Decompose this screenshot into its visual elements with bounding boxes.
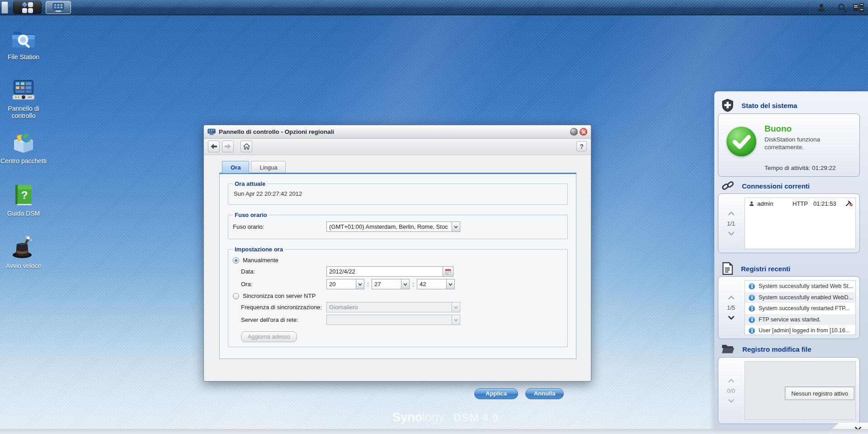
ntp-server-select-arrow[interactable] bbox=[452, 315, 460, 325]
file-station-icon bbox=[11, 26, 36, 51]
recent-logs-title: Registri recenti bbox=[741, 265, 790, 273]
ntp-server-value bbox=[327, 315, 452, 325]
main-menu-button[interactable] bbox=[13, 1, 42, 14]
search-button[interactable] bbox=[835, 2, 850, 13]
time-setting-group: Impostazione ora Manualmente Data: bbox=[228, 246, 568, 347]
dsm-branding: Synology DSM 4.0 bbox=[392, 410, 499, 425]
second-select-arrow[interactable] bbox=[446, 279, 454, 289]
chevron-down-icon bbox=[448, 283, 453, 286]
timezone-value: (GMT+01:00) Amsterdam, Berlin, Rome, Sto… bbox=[327, 222, 452, 231]
connections-header: Connessioni correnti bbox=[722, 179, 810, 192]
widgets-icon bbox=[853, 3, 864, 13]
ntp-server-select[interactable] bbox=[326, 315, 460, 325]
close-window-button[interactable] bbox=[580, 128, 587, 136]
main-menu-icon bbox=[22, 2, 33, 13]
taskbar bbox=[0, 0, 868, 15]
page-down-icon[interactable] bbox=[728, 316, 735, 320]
sync-frequency-label: Frequenza di sincronizzazione: bbox=[241, 304, 326, 311]
system-status-title: Stato del sistema bbox=[741, 102, 797, 109]
tab-ora[interactable]: Ora bbox=[222, 161, 249, 173]
home-icon bbox=[243, 143, 250, 150]
time-setting-legend: Impostazione ora bbox=[233, 246, 285, 253]
log-entry[interactable]: System successfully enabled WebD... bbox=[745, 292, 855, 303]
timezone-select-arrow[interactable] bbox=[452, 222, 460, 231]
manual-radio[interactable] bbox=[233, 257, 239, 264]
help-button[interactable]: ? bbox=[576, 141, 587, 151]
user-menu-button[interactable] bbox=[814, 2, 829, 13]
manual-radio-label: Manualmente bbox=[243, 257, 278, 264]
brand-version: DSM 4.0 bbox=[453, 411, 499, 424]
window-title: Pannello di controllo - Opzioni regional… bbox=[219, 128, 334, 135]
forward-button[interactable] bbox=[222, 141, 234, 152]
connections-box: 1/1 admin HTTP 01:21:53 bbox=[718, 193, 860, 253]
sync-frequency-value: Giornaliero bbox=[327, 302, 452, 312]
status-value: Buono bbox=[764, 124, 792, 134]
log-entry[interactable]: User [admin] logged in from [10.16... bbox=[745, 325, 855, 336]
timezone-label: Fuso orario: bbox=[233, 223, 326, 230]
page-up-icon[interactable] bbox=[728, 296, 735, 300]
hour-select-arrow[interactable] bbox=[356, 279, 364, 289]
minute-select-arrow[interactable] bbox=[401, 279, 409, 289]
chevron-down-icon bbox=[454, 226, 458, 228]
log-entry[interactable]: System successfully restarted FTP... bbox=[745, 303, 855, 314]
tab-lingua[interactable]: Lingua bbox=[251, 161, 286, 173]
info-icon bbox=[749, 305, 755, 311]
page-down-icon[interactable] bbox=[728, 231, 735, 236]
cancel-button[interactable]: Annulla bbox=[525, 388, 564, 399]
no-active-log-message: Nessun registro attivo bbox=[785, 387, 854, 400]
desktop-icon-dsm-help[interactable]: ? Guida DSM bbox=[0, 183, 47, 217]
link-icon bbox=[722, 179, 734, 192]
sync-frequency-select-arrow[interactable] bbox=[452, 302, 460, 312]
timezone-legend: Fuso orario bbox=[233, 212, 269, 218]
document-icon bbox=[722, 262, 733, 275]
control-panel-window: Pannello di controllo - Opzioni regional… bbox=[203, 125, 591, 382]
desktop-icon-file-station[interactable]: File Station bbox=[0, 26, 47, 61]
minute-select[interactable]: 27 bbox=[372, 279, 410, 289]
update-now-button[interactable]: Aggiorna adesso bbox=[241, 331, 297, 342]
timezone-select[interactable]: (GMT+01:00) Amsterdam, Berlin, Rome, Sto… bbox=[326, 222, 460, 232]
desktop: File Station Pannello di controllo bbox=[0, 0, 868, 434]
back-button[interactable] bbox=[208, 141, 220, 152]
desktop-icon-quick-start[interactable]: Avvio veloce bbox=[0, 235, 47, 269]
log-entry[interactable]: System successfully started Web St... bbox=[745, 281, 855, 292]
page-down-icon[interactable] bbox=[728, 399, 735, 403]
tab-panel-ora: Ora attuale Sun Apr 22 20:27:42 2012 Fus… bbox=[219, 173, 576, 359]
pin-window-button[interactable] bbox=[570, 128, 578, 136]
window-titlebar[interactable]: Pannello di controllo - Opzioni regional… bbox=[204, 125, 591, 139]
widgets-toggle-button[interactable] bbox=[851, 2, 866, 13]
connections-list: admin HTTP 01:21:53 bbox=[745, 198, 856, 249]
second-select[interactable]: 42 bbox=[417, 279, 455, 289]
current-time-group: Ora attuale Sun Apr 22 20:27:42 2012 bbox=[228, 180, 568, 205]
log-text: System successfully enabled WebD... bbox=[759, 294, 853, 301]
ntp-server-label: Server dell'ora di rete: bbox=[241, 316, 326, 323]
desktop-icon-control-panel[interactable]: Pannello di controllo bbox=[0, 78, 47, 119]
current-time-value: Sun Apr 22 20:27:42 2012 bbox=[233, 188, 563, 200]
status-description: DiskStation funziona correttamente. bbox=[764, 136, 846, 151]
apply-button[interactable]: Applica bbox=[474, 388, 518, 399]
logs-list: System successfully started Web St... Sy… bbox=[745, 280, 856, 335]
taskbar-item-control-panel[interactable] bbox=[46, 1, 71, 14]
desktop-icon-package-center[interactable]: Centro pacchetti bbox=[0, 130, 47, 165]
page-up-icon[interactable] bbox=[728, 379, 735, 383]
log-entry[interactable]: FTP service was started. bbox=[745, 314, 855, 326]
show-desktop-button[interactable] bbox=[1, 1, 8, 14]
ntp-radio[interactable] bbox=[233, 293, 239, 299]
recent-logs-box: 1/5 System successfully started Web St..… bbox=[718, 276, 860, 339]
date-input[interactable] bbox=[326, 266, 443, 277]
home-button[interactable] bbox=[241, 141, 252, 152]
dialog-body: Ora Lingua Ora attuale Sun Apr 22 20:27:… bbox=[204, 155, 591, 382]
desktop-icon-label: File Station bbox=[0, 53, 47, 61]
desktop-bottom-band bbox=[0, 429, 868, 434]
page-up-icon[interactable] bbox=[728, 212, 735, 216]
time-separator: : bbox=[364, 281, 372, 288]
connection-row[interactable]: admin HTTP 01:21:53 bbox=[745, 198, 855, 209]
hour-select[interactable]: 20 bbox=[326, 279, 364, 289]
sync-frequency-select[interactable]: Giornaliero bbox=[326, 302, 460, 312]
control-panel-mini-icon bbox=[52, 3, 64, 13]
system-status-box: Buono DiskStation funziona correttamente… bbox=[718, 113, 860, 177]
date-picker-button[interactable] bbox=[443, 266, 453, 277]
current-time-legend: Ora attuale bbox=[233, 180, 267, 187]
file-change-log-header: Registro modifica file bbox=[722, 344, 811, 354]
log-text: System successfully started Web St... bbox=[759, 283, 853, 289]
disconnect-icon[interactable] bbox=[845, 200, 853, 208]
